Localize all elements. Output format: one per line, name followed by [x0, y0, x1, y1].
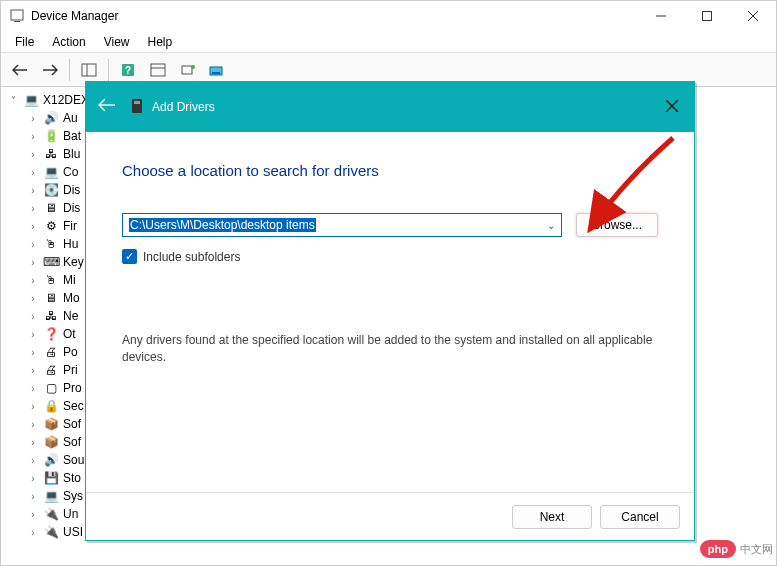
tree-item-label: Blu	[63, 147, 80, 161]
dialog-header: Add Drivers	[86, 82, 694, 132]
expand-icon[interactable]: ›	[27, 455, 39, 466]
show-hide-tree-button[interactable]	[76, 57, 102, 83]
device-category-icon: 🔊	[43, 110, 59, 126]
tree-item-label: Au	[63, 111, 78, 125]
device-category-icon: 📦	[43, 434, 59, 450]
dialog-footer: Next Cancel	[86, 492, 694, 540]
device-category-icon: 🖨	[43, 362, 59, 378]
device-category-icon: 🖧	[43, 146, 59, 162]
nav-forward-button[interactable]	[37, 57, 63, 83]
tree-item-label: Sof	[63, 417, 81, 431]
expand-icon[interactable]: ›	[27, 419, 39, 430]
expand-icon[interactable]: ›	[27, 401, 39, 412]
cancel-button[interactable]: Cancel	[600, 505, 680, 529]
path-row: C:\Users\M\Desktop\desktop items ⌄ Brows…	[122, 213, 658, 237]
dialog-close-button[interactable]	[662, 94, 682, 120]
expand-icon[interactable]: ›	[27, 221, 39, 232]
menu-file[interactable]: File	[7, 33, 42, 51]
watermark-badge: php	[700, 540, 736, 558]
tree-item-label: Dis	[63, 183, 80, 197]
menu-view[interactable]: View	[96, 33, 138, 51]
device-category-icon: 💻	[43, 488, 59, 504]
device-category-icon: 🖥	[43, 200, 59, 216]
tree-item-label: Ne	[63, 309, 78, 323]
svg-rect-15	[212, 72, 220, 74]
include-subfolders-row[interactable]: ✓ Include subfolders	[122, 249, 658, 264]
device-category-icon: ⚙	[43, 218, 59, 234]
svg-rect-3	[703, 12, 712, 21]
expand-icon[interactable]: ›	[27, 347, 39, 358]
expand-icon[interactable]: ›	[27, 149, 39, 160]
tree-item-label: Sto	[63, 471, 81, 485]
expand-icon[interactable]: ›	[27, 275, 39, 286]
minimize-button[interactable]	[638, 1, 684, 31]
dialog-title-wrap: Add Drivers	[130, 98, 215, 117]
tree-item-label: Fir	[63, 219, 77, 233]
expand-icon[interactable]: ›	[27, 293, 39, 304]
device-category-icon: 💾	[43, 470, 59, 486]
device-category-icon: ▢	[43, 380, 59, 396]
svg-rect-12	[182, 66, 192, 74]
computer-icon: 💻	[23, 92, 39, 108]
menubar: File Action View Help	[1, 31, 776, 53]
menu-help[interactable]: Help	[140, 33, 181, 51]
expand-icon[interactable]: ›	[27, 185, 39, 196]
titlebar-left: Device Manager	[9, 8, 118, 24]
add-driver-button[interactable]	[205, 57, 231, 83]
expand-icon[interactable]: ›	[27, 167, 39, 178]
expand-icon[interactable]: ›	[27, 113, 39, 124]
dialog-back-button[interactable]	[98, 98, 116, 116]
help-button[interactable]: ?	[115, 57, 141, 83]
include-subfolders-checkbox[interactable]: ✓	[122, 249, 137, 264]
path-combobox[interactable]: C:\Users\M\Desktop\desktop items ⌄	[122, 213, 562, 237]
tree-item-label: Bat	[63, 129, 81, 143]
close-button[interactable]	[730, 1, 776, 31]
tree-item-label: Hu	[63, 237, 78, 251]
device-category-icon: 🔒	[43, 398, 59, 414]
properties-button[interactable]	[145, 57, 171, 83]
browse-button[interactable]: Browse...	[576, 213, 658, 237]
titlebar: Device Manager	[1, 1, 776, 31]
tree-root-label: X12DEX	[43, 93, 89, 107]
menu-action[interactable]: Action	[44, 33, 93, 51]
expand-icon[interactable]: ›	[27, 473, 39, 484]
maximize-button[interactable]	[684, 1, 730, 31]
device-category-icon: 🔌	[43, 506, 59, 522]
tree-item-label: Sec	[63, 399, 84, 413]
svg-rect-0	[11, 10, 23, 20]
svg-point-13	[191, 65, 195, 69]
watermark: php 中文网	[700, 540, 773, 558]
toolbar-separator	[69, 59, 70, 81]
expand-icon[interactable]: ›	[27, 509, 39, 520]
scan-hardware-button[interactable]	[175, 57, 201, 83]
info-text: Any drivers found at the specified locat…	[122, 332, 658, 366]
nav-back-button[interactable]	[7, 57, 33, 83]
tree-item-label: Mi	[63, 273, 76, 287]
window-title: Device Manager	[31, 9, 118, 23]
dialog-heading: Choose a location to search for drivers	[122, 162, 658, 179]
expand-icon[interactable]: ›	[27, 383, 39, 394]
next-button[interactable]: Next	[512, 505, 592, 529]
expand-icon[interactable]: ›	[27, 131, 39, 142]
device-category-icon: 🖧	[43, 308, 59, 324]
expand-icon[interactable]: ›	[27, 491, 39, 502]
tree-item-label: Key	[63, 255, 84, 269]
app-icon	[9, 8, 25, 24]
expand-icon[interactable]: ›	[27, 527, 39, 538]
expand-icon[interactable]: ›	[27, 239, 39, 250]
dialog-header-left: Add Drivers	[98, 98, 215, 117]
expand-icon[interactable]: ›	[27, 203, 39, 214]
device-category-icon: 💽	[43, 182, 59, 198]
device-category-icon: 🔊	[43, 452, 59, 468]
collapse-icon[interactable]: ˅	[7, 95, 19, 106]
device-category-icon: 🖱	[43, 236, 59, 252]
chevron-down-icon[interactable]: ⌄	[547, 220, 555, 231]
tree-item-label: Pri	[63, 363, 78, 377]
expand-icon[interactable]: ›	[27, 437, 39, 448]
expand-icon[interactable]: ›	[27, 257, 39, 268]
expand-icon[interactable]: ›	[27, 311, 39, 322]
expand-icon[interactable]: ›	[27, 365, 39, 376]
expand-icon[interactable]: ›	[27, 329, 39, 340]
svg-rect-6	[82, 64, 96, 76]
device-category-icon: ❓	[43, 326, 59, 342]
